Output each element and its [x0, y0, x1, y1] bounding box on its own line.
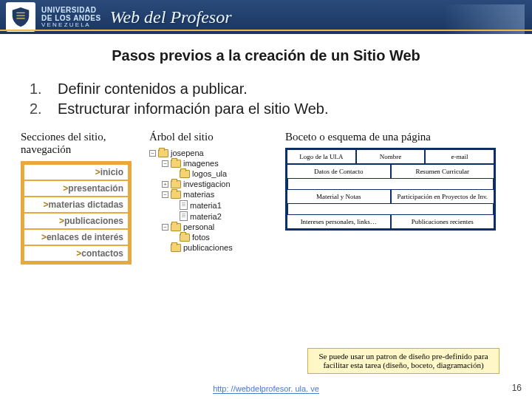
folder-icon — [158, 149, 168, 157]
tree-label: personal — [183, 222, 214, 231]
tree-label: materias — [183, 190, 214, 199]
collapse-icon[interactable]: − — [162, 224, 168, 231]
tree-column: Árbol del sitio −josepena −imagenes logo… — [149, 131, 275, 265]
folder-icon — [171, 160, 181, 168]
collapse-icon[interactable]: − — [162, 191, 168, 198]
collapse-icon[interactable]: − — [162, 160, 168, 167]
page-icon — [180, 200, 188, 210]
step-number: 2. — [30, 100, 58, 117]
folder-icon — [171, 244, 181, 252]
step-text: Estructurar información para el sitio We… — [58, 100, 328, 117]
sketch-cell: Datos de Contacto — [287, 164, 391, 179]
sketch-cell: Nombre — [356, 149, 425, 164]
university-name: UNIVERSIDAD DE LOS ANDES V E N E Z U E L… — [41, 6, 101, 29]
tree-label: imagenes — [183, 159, 219, 168]
list-item: 2. Estructurar información para el sitio… — [30, 100, 502, 117]
sketch-cell: Logo de la ULA — [287, 149, 356, 164]
sketch-cell: Material y Notas — [287, 189, 391, 204]
nav-box: >inicio >presentación >materias dictadas… — [21, 161, 132, 265]
step-number: 1. — [30, 81, 58, 98]
tree-label: materia1 — [190, 201, 222, 210]
nav-item-enlaces[interactable]: >enlaces de interés — [24, 230, 128, 245]
sketch-heading: Boceto o esquema de una página — [285, 131, 517, 143]
folder-tree: −josepena −imagenes logos_ula +investiga… — [149, 148, 275, 253]
tree-label: logos_ula — [192, 169, 227, 178]
nav-item-inicio[interactable]: >inicio — [24, 165, 128, 180]
ula-shield-icon — [6, 2, 35, 32]
steps-list: 1. Definir contenidos a publicar. 2. Est… — [30, 81, 502, 117]
sketch-cell: Participación en Proyectos de Inv. — [391, 189, 495, 204]
sketch-cell: Publicaciones recientes — [391, 214, 495, 229]
nav-item-contactos[interactable]: >contactos — [24, 246, 128, 261]
page-number: 16 — [512, 383, 522, 393]
step-text: Definir contenidos a publicar. — [58, 81, 248, 98]
folder-icon — [180, 233, 190, 242]
sketch-cell: Intereses personales, links… — [287, 214, 391, 229]
nav-column: Secciones del sitio, navegación >inicio … — [21, 131, 139, 265]
site-brand: Web del Profesor — [110, 7, 232, 27]
site-header: UNIVERSIDAD DE LOS ANDES V E N E Z U E L… — [0, 0, 532, 34]
sketch-cell: e-mail — [425, 149, 494, 164]
nav-heading: Secciones del sitio, navegación — [21, 131, 139, 157]
nav-item-presentacion[interactable]: >presentación — [24, 181, 128, 196]
page-icon — [180, 211, 188, 221]
header-divider — [0, 30, 532, 31]
nav-item-publicaciones[interactable]: >publicaciones — [24, 214, 128, 228]
collapse-icon[interactable]: − — [149, 150, 156, 157]
tree-label: fotos — [192, 233, 210, 242]
nav-item-materias[interactable]: >materias dictadas — [24, 197, 128, 212]
expand-icon[interactable]: + — [162, 181, 168, 188]
slide-title: Pasos previos a la creación de un Sitio … — [0, 47, 532, 64]
footer-url: http: //webdelprofesor. ula. ve — [0, 384, 532, 393]
folder-icon — [180, 170, 190, 178]
list-item: 1. Definir contenidos a publicar. — [30, 81, 502, 98]
folder-icon — [171, 180, 181, 188]
design-note: Se puede usar un patron de diseño pre-de… — [307, 348, 499, 374]
footer-link[interactable]: http: //webdelprofesor. ula. ve — [213, 384, 319, 394]
tree-label: josepena — [171, 149, 204, 157]
tree-label: materia2 — [190, 212, 222, 221]
sketch-cell: Resumen Curricular — [391, 164, 495, 179]
page-sketch: Logo de la ULA Nombre e-mail Datos de Co… — [285, 148, 496, 231]
tree-label: publicaciones — [183, 243, 233, 252]
tree-heading: Árbol del sitio — [149, 131, 275, 143]
tree-label: investigacion — [183, 180, 231, 188]
sketch-column: Boceto o esquema de una página Logo de l… — [285, 131, 517, 265]
folder-icon — [171, 191, 181, 199]
folder-icon — [171, 223, 181, 231]
